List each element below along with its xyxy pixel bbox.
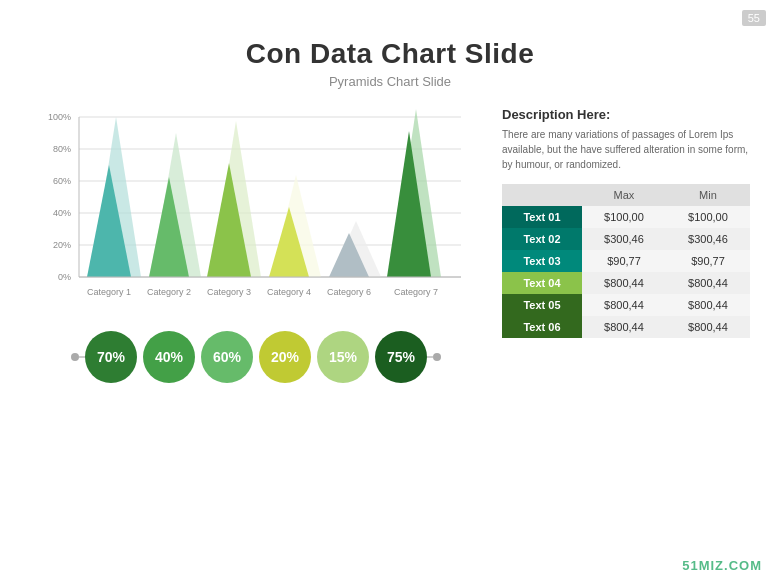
svg-text:Category 1: Category 1 — [87, 287, 131, 297]
dot-right — [433, 353, 441, 361]
row-label-4: Text 04 — [502, 272, 582, 294]
svg-text:Category 3: Category 3 — [207, 287, 251, 297]
chart-wrapper: 100% 80% 60% 40% 20% 0% — [30, 107, 482, 317]
row-label-1: Text 01 — [502, 206, 582, 228]
circle-badge-4: 20% — [259, 331, 311, 383]
content-area: 100% 80% 60% 40% 20% 0% — [0, 107, 780, 383]
col-header-max: Max — [582, 184, 666, 206]
data-table: Max Min Text 01$100,00$100,00Text 02$300… — [502, 184, 750, 338]
circles-inner: 70%40%60%20%15%75% — [85, 331, 427, 383]
row-label-3: Text 03 — [502, 250, 582, 272]
row-max-5: $800,44 — [582, 294, 666, 316]
table-row: Text 03$90,77$90,77 — [502, 250, 750, 272]
svg-text:Category 6: Category 6 — [327, 287, 371, 297]
row-min-5: $800,44 — [666, 294, 750, 316]
svg-text:80%: 80% — [53, 144, 71, 154]
sub-title: Pyramids Chart Slide — [0, 74, 780, 89]
circle-badge-1: 70% — [85, 331, 137, 383]
row-max-1: $100,00 — [582, 206, 666, 228]
svg-text:20%: 20% — [53, 240, 71, 250]
row-max-2: $300,46 — [582, 228, 666, 250]
row-max-6: $800,44 — [582, 316, 666, 338]
circle-badge-5: 15% — [317, 331, 369, 383]
circles-row: 70%40%60%20%15%75% — [30, 331, 482, 383]
svg-text:Category 4: Category 4 — [267, 287, 311, 297]
svg-text:100%: 100% — [48, 112, 71, 122]
row-label-2: Text 02 — [502, 228, 582, 250]
row-min-2: $300,46 — [666, 228, 750, 250]
table-row: Text 06$800,44$800,44 — [502, 316, 750, 338]
svg-text:Category 2: Category 2 — [147, 287, 191, 297]
main-title: Con Data Chart Slide — [0, 38, 780, 70]
row-max-3: $90,77 — [582, 250, 666, 272]
description-title: Description Here: — [502, 107, 750, 122]
row-max-4: $800,44 — [582, 272, 666, 294]
right-panel: Description Here: There are many variati… — [502, 107, 750, 383]
pyramid-chart: 100% 80% 60% 40% 20% 0% — [30, 107, 482, 317]
row-min-3: $90,77 — [666, 250, 750, 272]
svg-text:0%: 0% — [58, 272, 71, 282]
table-row: Text 01$100,00$100,00 — [502, 206, 750, 228]
col-header-min: Min — [666, 184, 750, 206]
circle-badge-2: 40% — [143, 331, 195, 383]
table-row: Text 05$800,44$800,44 — [502, 294, 750, 316]
table-row: Text 04$800,44$800,44 — [502, 272, 750, 294]
description-text: There are many variations of passages of… — [502, 127, 750, 172]
watermark: 51MIZ.COM — [682, 558, 762, 573]
circle-badge-6: 75% — [375, 331, 427, 383]
title-area: Con Data Chart Slide Pyramids Chart Slid… — [0, 0, 780, 89]
svg-text:60%: 60% — [53, 176, 71, 186]
row-min-4: $800,44 — [666, 272, 750, 294]
svg-text:Category 7: Category 7 — [394, 287, 438, 297]
row-min-6: $800,44 — [666, 316, 750, 338]
table-row: Text 02$300,46$300,46 — [502, 228, 750, 250]
chart-section: 100% 80% 60% 40% 20% 0% — [30, 107, 482, 383]
row-min-1: $100,00 — [666, 206, 750, 228]
page-number: 55 — [742, 10, 766, 26]
svg-text:40%: 40% — [53, 208, 71, 218]
circle-badge-3: 60% — [201, 331, 253, 383]
dot-left — [71, 353, 79, 361]
row-label-6: Text 06 — [502, 316, 582, 338]
col-header-label — [502, 184, 582, 206]
row-label-5: Text 05 — [502, 294, 582, 316]
